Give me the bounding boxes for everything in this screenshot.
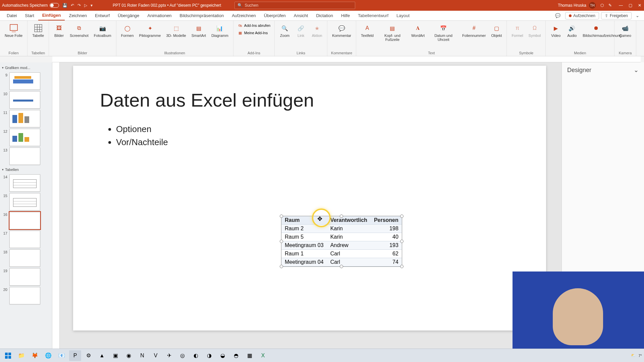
tab-aufzeichnen[interactable]: Aufzeichnen bbox=[228, 11, 260, 20]
audio-button[interactable]: 🔊Audio bbox=[565, 22, 579, 39]
kommentar-button[interactable]: 💬Kommentar bbox=[330, 22, 353, 39]
hexagon-icon[interactable]: ⬡ bbox=[600, 3, 604, 8]
resize-handle-se[interactable] bbox=[400, 265, 404, 268]
thumb-18[interactable]: 18 bbox=[1, 249, 50, 267]
formel-button[interactable]: πFormel bbox=[509, 22, 525, 39]
thumb-13[interactable]: 13 bbox=[1, 147, 50, 165]
tab-uebergaenge[interactable]: Übergänge bbox=[114, 11, 143, 20]
textfeld-button[interactable]: ATextfeld bbox=[359, 22, 376, 39]
taskbar-app4-icon[interactable]: ◎ bbox=[176, 350, 189, 361]
resize-handle-w[interactable] bbox=[280, 240, 283, 243]
video-button[interactable]: ▶Video bbox=[548, 22, 563, 39]
bildschirmaufzeichnung-button[interactable]: ⏺Bildschirmaufzeichnung bbox=[581, 22, 611, 39]
screenshot-button[interactable]: ⧉Screenshot bbox=[68, 22, 91, 39]
chevron-down-icon[interactable]: ⌄ bbox=[634, 66, 639, 74]
close-icon[interactable]: ✕ bbox=[637, 3, 642, 8]
taskbar-powerpoint-icon[interactable]: P bbox=[69, 350, 81, 361]
maximize-icon[interactable]: ▢ bbox=[628, 3, 633, 8]
taskbar-vlc-icon[interactable]: ▲ bbox=[96, 350, 108, 361]
link-button[interactable]: 🔗Link bbox=[293, 22, 308, 39]
tab-animationen[interactable]: Animationen bbox=[143, 11, 175, 20]
taskbar-app8-icon[interactable]: ◓ bbox=[230, 350, 242, 361]
taskbar-explorer-icon[interactable]: 📁 bbox=[15, 350, 28, 361]
filename-label[interactable]: PPT 01 Roter Faden 002.pptx • Auf "diese… bbox=[113, 3, 221, 8]
resize-handle-nw[interactable] bbox=[280, 215, 283, 218]
smartart-button[interactable]: ▤SmartArt bbox=[190, 22, 208, 39]
taskbar-onenote-icon[interactable]: N bbox=[136, 350, 148, 361]
piktogramme-button[interactable]: ✦Piktogramme bbox=[137, 22, 163, 39]
kopf-fusszeile-button[interactable]: ▤Kopf- und Fußzeile bbox=[377, 22, 408, 43]
bilder-button[interactable]: 🖼Bilder bbox=[52, 22, 66, 39]
datum-uhrzeit-button[interactable]: 📅Datum und Uhrzeit bbox=[428, 22, 459, 43]
taskbar-telegram-icon[interactable]: ✈ bbox=[163, 350, 175, 361]
taskbar-firefox-icon[interactable]: 🦊 bbox=[29, 350, 41, 361]
taskbar-outlook-icon[interactable]: 📧 bbox=[56, 350, 68, 361]
taskbar-excel-icon[interactable]: X bbox=[257, 350, 269, 361]
resize-handle-e[interactable] bbox=[400, 240, 404, 243]
taskbar-app6-icon[interactable]: ◑ bbox=[203, 350, 215, 361]
autosave-toggle[interactable]: Automatisches Speichern bbox=[2, 3, 59, 8]
taskbar-visio-icon[interactable]: V bbox=[150, 350, 162, 361]
search-input[interactable] bbox=[245, 3, 352, 8]
cameo-button[interactable]: 📹Cameo bbox=[617, 22, 633, 39]
taskbar-app7-icon[interactable]: ◒ bbox=[217, 350, 229, 361]
zoom-button[interactable]: 🔍Zoom bbox=[277, 22, 292, 39]
slide-canvas[interactable]: Daten aus Excel einfügen Optionen Vor/Na… bbox=[73, 66, 546, 330]
save-icon[interactable]: 💾 bbox=[62, 3, 67, 8]
objekt-button[interactable]: ▢Objekt bbox=[489, 22, 504, 39]
embedded-excel-table[interactable]: Raum Verantwortlich Personen Raum 2Karin… bbox=[281, 216, 402, 267]
present-icon[interactable]: ▷ bbox=[84, 3, 87, 8]
symbol-button[interactable]: ΩSymbol bbox=[527, 22, 543, 39]
resize-handle-s[interactable] bbox=[340, 265, 343, 268]
freigeben-button[interactable]: ⇪Freigeben bbox=[601, 12, 632, 19]
tab-ueberpruefen[interactable]: Überprüfen bbox=[260, 11, 290, 20]
neue-folie-button[interactable]: Neue Folie bbox=[3, 22, 24, 39]
resize-handle-sw[interactable] bbox=[280, 265, 283, 268]
aufzeichnen-button[interactable]: Aufzeichnen bbox=[565, 12, 599, 19]
taskbar-app-icon[interactable]: ⚙ bbox=[83, 350, 95, 361]
weather-icon[interactable]: ⛅ bbox=[631, 353, 636, 358]
slide-thumbnails-panel[interactable]: Grafiken mod... 9 10 11 12 13 Tabellen 1… bbox=[0, 62, 52, 354]
tab-bildschirmpraesentation[interactable]: Bildschirmpräsentation bbox=[176, 11, 228, 20]
formen-button[interactable]: ◯Formen bbox=[119, 22, 136, 39]
resize-handle-ne[interactable] bbox=[400, 215, 404, 218]
slide-title[interactable]: Daten aus Excel einfügen bbox=[100, 89, 314, 111]
tab-hilfe[interactable]: Hilfe bbox=[337, 11, 354, 20]
thumb-19[interactable]: 19 bbox=[1, 268, 50, 286]
taskbar-app5-icon[interactable]: ◐ bbox=[190, 350, 202, 361]
collapse-ribbon-icon[interactable]: ⌄ bbox=[634, 13, 641, 18]
meine-addins-button[interactable]: ▦Meine Add-Ins bbox=[236, 29, 272, 36]
thumb-10[interactable]: 10 bbox=[1, 91, 50, 109]
thumb-11[interactable]: 11 bbox=[1, 110, 50, 127]
tab-layout[interactable]: Layout bbox=[392, 11, 414, 20]
tab-ansicht[interactable]: Ansicht bbox=[290, 11, 312, 20]
tab-entwurf[interactable]: Entwurf bbox=[91, 11, 114, 20]
start-button[interactable] bbox=[2, 350, 14, 361]
thumb-12[interactable]: 12 bbox=[1, 129, 50, 146]
toggle-icon[interactable] bbox=[50, 3, 59, 8]
taskbar-app9-icon[interactable]: ▦ bbox=[244, 350, 256, 361]
redo-icon[interactable]: ↷ bbox=[77, 3, 81, 8]
tabelle-button[interactable]: Tabelle bbox=[30, 22, 46, 39]
3d-modelle-button[interactable]: ⬚3D- Modelle bbox=[164, 22, 188, 39]
tab-dictation[interactable]: Dictation bbox=[312, 11, 337, 20]
taskbar-app2-icon[interactable]: ▣ bbox=[109, 350, 121, 361]
section-tabellen[interactable]: Tabellen bbox=[1, 166, 50, 173]
undo-icon[interactable]: ↶ bbox=[71, 3, 74, 8]
thumb-14[interactable]: 14 bbox=[1, 174, 50, 192]
thumb-15[interactable]: 15 bbox=[1, 193, 50, 210]
tab-datei[interactable]: Datei bbox=[3, 11, 21, 20]
thumb-9[interactable]: 9 bbox=[1, 72, 50, 90]
thumb-17[interactable]: 17 bbox=[1, 231, 50, 248]
slide-body[interactable]: Optionen Vor/Nachteile bbox=[107, 123, 168, 149]
slide-editor[interactable]: Daten aus Excel einfügen Optionen Vor/Na… bbox=[52, 62, 561, 354]
fotoalbum-button[interactable]: 📷Fotoalbum bbox=[92, 22, 113, 39]
tab-zeichnen[interactable]: Zeichnen bbox=[65, 11, 91, 20]
section-grafiken[interactable]: Grafiken mod... bbox=[1, 64, 50, 71]
taskbar-app3-icon[interactable]: ◉ bbox=[123, 350, 135, 361]
search-box[interactable]: 🔍 bbox=[234, 2, 355, 9]
addins-abrufen-button[interactable]: 🛍Add-Ins abrufen bbox=[236, 22, 272, 29]
wordart-button[interactable]: 𝐀WordArt bbox=[409, 22, 427, 39]
minimize-icon[interactable]: — bbox=[619, 3, 623, 8]
system-tray[interactable]: ⛅ 7° bbox=[631, 353, 642, 358]
